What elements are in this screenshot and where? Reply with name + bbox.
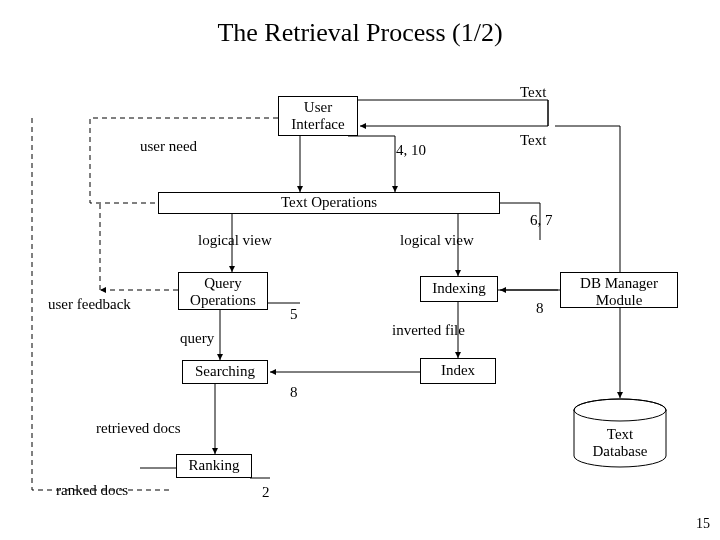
box-indexing: Indexing [420, 276, 498, 302]
label-user-feedback: user feedback [48, 296, 131, 313]
box-ranking: Ranking [176, 454, 252, 478]
edge-num-8-top: 8 [536, 300, 544, 317]
label-user-need: user need [140, 138, 197, 155]
edge-num-2: 2 [262, 484, 270, 501]
label-logical-view-left: logical view [198, 232, 272, 249]
box-index: Index [420, 358, 496, 384]
label-query: query [180, 330, 214, 347]
box-db-manager: DB Manager Module [560, 272, 678, 308]
edge-num-6-7: 6, 7 [530, 212, 553, 229]
box-text-operations: Text Operations [158, 192, 500, 214]
page-title: The Retrieval Process (1/2) [0, 18, 720, 48]
edge-num-4-10: 4, 10 [396, 142, 426, 159]
label-text-right: Text [520, 132, 546, 149]
cylinder-text-database: Text Database [572, 398, 668, 468]
label-retrieved-docs: retrieved docs [96, 420, 181, 437]
label-ranked-docs: ranked docs [56, 482, 128, 499]
label-logical-view-right: logical view [400, 232, 474, 249]
label-inverted-file: inverted file [392, 322, 465, 339]
page-number: 15 [696, 516, 710, 532]
box-searching: Searching [182, 360, 268, 384]
edge-num-5: 5 [290, 306, 298, 323]
box-query-operations: Query Operations [178, 272, 268, 310]
box-text-operations-label: Text Operations [281, 194, 377, 211]
label-text-top: Text [520, 84, 546, 101]
edge-num-8-bottom: 8 [290, 384, 298, 401]
cylinder-text-database-label: Text Database [572, 426, 668, 459]
box-user-interface: User Interface [278, 96, 358, 136]
